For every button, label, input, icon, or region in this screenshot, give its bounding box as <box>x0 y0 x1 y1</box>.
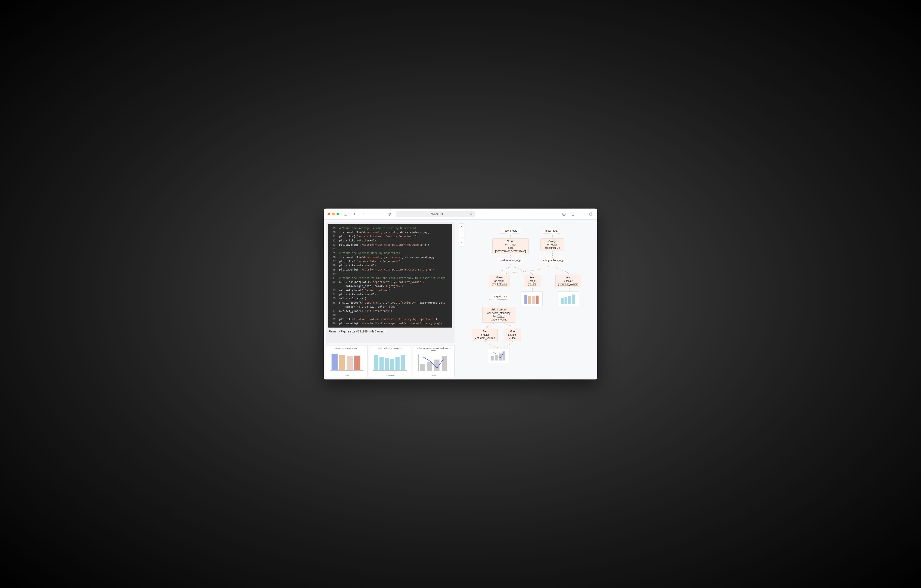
svg-rect-36 <box>524 295 527 304</box>
flow-graph-panel[interactable]: record_data meta_data Group on Major mea… <box>457 222 595 377</box>
browser-window: WaitGPT 19# Visualize Average Treatment … <box>324 208 597 380</box>
svg-rect-19 <box>385 358 389 370</box>
svg-rect-40 <box>561 298 564 304</box>
tab-overview-icon[interactable] <box>588 211 594 217</box>
node-line[interactable]: line x Major y Final <box>504 329 521 341</box>
node-merge[interactable]: Merge on Major type Left Join <box>489 275 509 288</box>
svg-rect-11 <box>332 354 338 370</box>
back-button-icon[interactable] <box>352 211 357 217</box>
mini-chart-1[interactable] <box>521 291 543 306</box>
svg-rect-17 <box>374 355 379 370</box>
address-bar[interactable]: WaitGPT <box>396 211 475 217</box>
chart-thumb-1[interactable]: Average Final Score by Major Major <box>326 345 368 377</box>
svg-rect-39 <box>535 296 539 304</box>
code-line: 25# Visualize Success Rate by Department <box>331 251 449 255</box>
svg-rect-0 <box>344 213 347 215</box>
svg-rect-45 <box>495 355 498 361</box>
share-icon[interactable] <box>570 211 576 217</box>
code-line: 38 <box>331 313 449 317</box>
page-content: 19# Visualize Average Treatment Cost by … <box>324 220 597 380</box>
node-meta-data[interactable]: meta_data <box>543 228 560 234</box>
sidebar-toggle-icon[interactable] <box>343 211 348 217</box>
node-bar-2[interactable]: bar x Major y student_volume <box>555 275 581 288</box>
zoom-controls <box>459 224 464 246</box>
node-demographics-agg[interactable]: demographics_agg <box>539 258 566 263</box>
privacy-shield-icon[interactable] <box>387 211 392 217</box>
svg-rect-27 <box>434 360 439 371</box>
code-line: 35ax2 = ax1.twinx() <box>331 296 449 300</box>
svg-rect-21 <box>395 357 400 370</box>
address-title: WaitGPT <box>431 213 443 216</box>
fit-view-button[interactable] <box>459 235 464 240</box>
chart-thumb-3[interactable]: Student Volume and Average Final Score b… <box>413 345 454 377</box>
node-bar-3[interactable]: bar x Major y student_volume <box>472 329 498 341</box>
minimize-window-button[interactable] <box>332 213 335 215</box>
code-card: 19# Visualize Average Treatment Cost by … <box>326 222 454 343</box>
output-thumbnails: Average Final Score by Major Major Patie… <box>326 345 454 377</box>
code-line: 28plt.xticks(rotation=45) <box>331 263 449 267</box>
mini-chart-2[interactable] <box>558 291 579 306</box>
svg-rect-37 <box>528 296 531 304</box>
code-line: 27plt.title('Success Rate by Department'… <box>331 259 449 263</box>
close-window-button[interactable] <box>327 213 330 215</box>
left-column: 19# Visualize Average Treatment Cost by … <box>326 222 454 377</box>
svg-rect-20 <box>390 359 394 370</box>
svg-rect-34 <box>461 237 462 238</box>
svg-rect-12 <box>339 355 345 370</box>
svg-rect-3 <box>428 214 429 215</box>
titlebar: WaitGPT <box>324 208 597 220</box>
code-line: 26sns.barplot(x='department', y='success… <box>331 255 449 259</box>
code-line: 33ax1.set_ylabel('Patient Volume') <box>331 288 449 292</box>
node-performance-agg[interactable]: performance_agg <box>498 258 523 263</box>
code-line: 22plt.xticks(rotation=45) <box>331 239 449 242</box>
chart-thumb-2[interactable]: Patient Volume by Department Department <box>369 345 411 377</box>
zoom-in-button[interactable] <box>459 224 464 229</box>
flow-graph: record_data meta_data Group on Major mea… <box>457 222 595 377</box>
forward-button-icon[interactable] <box>361 211 366 217</box>
zoom-window-button[interactable] <box>337 213 339 215</box>
code-line: 36sns.lineplot(x='department', y='cost_e… <box>331 300 449 305</box>
svg-rect-47 <box>503 351 505 361</box>
code-line: 23plt.savefig('./session/test_case-patie… <box>331 243 449 247</box>
node-merged-data[interactable]: merged_data <box>489 294 510 300</box>
new-tab-icon[interactable] <box>579 211 584 217</box>
svg-rect-38 <box>532 296 535 304</box>
code-line: 32ax1 = sns.barplot(x='department', y='p… <box>331 280 449 284</box>
svg-rect-13 <box>347 356 353 370</box>
code-line: marker='o', ax=ax2, color='blue') <box>331 305 449 309</box>
svg-rect-22 <box>401 355 405 370</box>
code-block[interactable]: 19# Visualize Average Treatment Cost by … <box>328 224 452 328</box>
code-line: 40plt.savefig('./session/test_case-patie… <box>331 322 449 325</box>
svg-rect-10 <box>590 213 592 215</box>
node-group-2[interactable]: Group on Major count ["stuID"] <box>540 239 564 251</box>
code-line: 30 <box>331 271 449 276</box>
node-record-data[interactable]: record_data <box>501 228 520 234</box>
reload-icon[interactable] <box>470 212 473 216</box>
zoom-out-button[interactable] <box>459 229 464 235</box>
code-line: 39plt.title('Patient Volume and Cost Eff… <box>331 317 449 321</box>
node-add-column[interactable]: Add Column col score_efficiency by Final… <box>482 307 516 323</box>
node-group-1[interactable]: Group on Major mean ["HW1","HW2","HW3","… <box>492 239 529 254</box>
lock-view-button[interactable] <box>459 240 464 246</box>
code-line: data=merged_data, color='lightgray') <box>331 284 449 288</box>
svg-rect-25 <box>420 364 425 371</box>
code-line: 29plt.savefig('./session/test_case-patie… <box>331 268 449 271</box>
lock-icon <box>427 213 430 216</box>
svg-rect-43 <box>572 295 575 304</box>
svg-rect-44 <box>491 356 494 361</box>
node-bar-1[interactable]: bar x Major y Final <box>524 275 540 288</box>
traffic-lights <box>327 213 339 215</box>
svg-rect-41 <box>565 297 568 304</box>
code-line: 20sns.barplot(x='department', y='cost', … <box>331 230 449 234</box>
svg-rect-18 <box>379 357 384 370</box>
downloads-icon[interactable] <box>561 211 566 217</box>
mini-chart-3[interactable] <box>488 348 509 363</box>
svg-rect-42 <box>568 296 571 304</box>
code-line: 24 <box>331 247 449 251</box>
code-line: 31# Visualize Patient Volume and Cost Ef… <box>331 276 449 280</box>
svg-rect-35 <box>461 243 462 244</box>
svg-rect-26 <box>427 362 432 371</box>
execution-result: Result: <Figure size 432x288 with 0 Axes… <box>328 330 452 333</box>
code-line: 21plt.title('Average Treatment Cost by D… <box>331 234 449 239</box>
code-line: 19# Visualize Average Treatment Cost by … <box>331 226 449 230</box>
